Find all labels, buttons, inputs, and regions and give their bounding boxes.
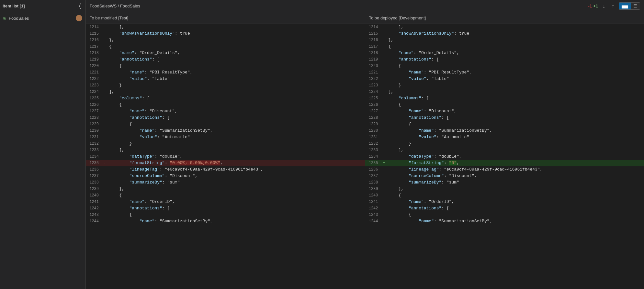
line-number: 1243: [365, 212, 381, 218]
line-marker: [101, 108, 108, 115]
sidebar-item-foodsales[interactable]: ⊞ FoodSales !: [0, 14, 85, 23]
line-number: 1232: [86, 140, 101, 147]
line-marker: [101, 50, 108, 56]
line-content: "annotations": [: [108, 205, 365, 212]
line-marker: [381, 166, 387, 173]
diff-line: 1239 },: [365, 186, 644, 192]
line-content: "name": "PBI_ResultType",: [108, 69, 365, 76]
line-marker: [381, 173, 387, 179]
line-marker: [101, 102, 108, 108]
diff-line: 1218 "name": "Order_Details",: [365, 50, 644, 56]
diff-line: 1242 "annotations": [: [86, 205, 365, 212]
diff-line: 1219 "annotations": [: [365, 56, 644, 63]
line-number: 1218: [365, 50, 381, 56]
line-number: 1240: [365, 192, 381, 199]
line-marker: [381, 108, 387, 115]
item-list-title: Item list [1]: [3, 4, 77, 8]
line-content: "name": "Discount",: [387, 108, 644, 115]
line-number: 1242: [86, 205, 101, 212]
diff-line: 1224],: [365, 89, 644, 95]
line-number: 1231: [86, 134, 101, 140]
line-marker: [381, 140, 387, 147]
line-number: 1237: [86, 173, 101, 179]
line-marker: [381, 95, 387, 102]
diff-line: 1214 ],: [86, 24, 365, 30]
main-content: ⊞ FoodSales ! To be modified [Test] To b…: [0, 12, 644, 289]
line-marker: [381, 128, 387, 134]
diff-line: 1215 "showAsVariationsOnly": true: [86, 30, 365, 37]
line-marker: [381, 121, 387, 128]
top-bar: Item list [1] 〈 FoodSalesWS / FoodSales …: [0, 0, 644, 12]
diff-line: 1219 "annotations": [: [86, 56, 365, 63]
line-marker: [381, 205, 387, 212]
line-number: 1233: [86, 147, 101, 153]
arrow-up-button[interactable]: ↑: [610, 3, 616, 10]
line-content: "name": "SummarizationSetBy",: [108, 218, 365, 225]
line-content: },: [387, 186, 644, 192]
line-content: }: [108, 82, 365, 89]
diff-headers: To be modified [Test] To be deployed [De…: [86, 12, 644, 24]
line-marker: [101, 134, 108, 140]
diff-line: 1226 {: [365, 102, 644, 108]
line-content: }: [387, 82, 644, 89]
left-pane[interactable]: 1214 ],1215 "showAsVariationsOnly": true…: [86, 24, 365, 289]
diff-line: 1237 "sourceColumn": "Discount",: [86, 173, 365, 179]
line-marker: [101, 153, 108, 160]
line-content: {: [387, 192, 644, 199]
toolbar-right: -1 +1 ↓ ↑ ▅▅ ☰: [588, 2, 644, 10]
line-content: "value": "Table": [387, 76, 644, 82]
line-content: "value": "Automatic": [387, 134, 644, 140]
line-content: }: [108, 140, 365, 147]
line-number: 1235: [86, 160, 101, 166]
line-marker: [101, 24, 108, 30]
table-icon: ⊞: [3, 15, 6, 21]
line-content: "name": "SummarizationSetBy",: [387, 128, 644, 134]
line-marker: [101, 115, 108, 121]
line-number: 1214: [365, 24, 381, 30]
line-number: 1244: [365, 218, 381, 225]
right-pane[interactable]: 1214 ],1215 "showAsVariationsOnly": true…: [365, 24, 644, 289]
line-marker: -: [101, 160, 108, 166]
line-content: "lineageTag": "e6ca9cf4-89aa-429f-9cad-4…: [387, 166, 644, 173]
line-marker: [101, 37, 108, 43]
line-number: 1217: [365, 43, 381, 50]
line-content: {: [108, 63, 365, 69]
inline-view-button[interactable]: ☰: [631, 3, 640, 9]
line-marker: [101, 43, 108, 50]
split-view-button[interactable]: ▅▅: [619, 3, 631, 9]
diff-line: 1236 "lineageTag": "e6ca9cf4-89aa-429f-9…: [86, 166, 365, 173]
line-marker: [381, 24, 387, 30]
collapse-icon[interactable]: 〈: [77, 2, 83, 10]
diff-line: 1224],: [86, 89, 365, 95]
diff-line: 1220 {: [365, 63, 644, 69]
line-number: 1229: [86, 121, 101, 128]
line-number: 1228: [86, 115, 101, 121]
diff-line: 1236 "lineageTag": "e6ca9cf4-89aa-429f-9…: [365, 166, 644, 173]
diff-line: 1233 ],: [86, 147, 365, 153]
line-number: 1219: [365, 56, 381, 63]
line-content: ],: [387, 24, 644, 30]
line-content: "name": "PBI_ResultType",: [387, 69, 644, 76]
line-content: "annotations": [: [108, 115, 365, 121]
line-content: "annotations": [: [387, 205, 644, 212]
sidebar: ⊞ FoodSales !: [0, 12, 86, 289]
line-number: 1228: [365, 115, 381, 121]
diff-line: 1222 "value": "Table": [86, 76, 365, 82]
line-number: 1226: [86, 102, 101, 108]
line-content: "name": "Discount",: [108, 108, 365, 115]
line-content: "name": "Order_Details",: [108, 50, 365, 56]
diff-line: 1221 "name": "PBI_ResultType",: [86, 69, 365, 76]
line-marker: [381, 69, 387, 76]
arrow-down-button[interactable]: ↓: [601, 3, 607, 10]
line-marker: [381, 147, 387, 153]
line-marker: [101, 173, 108, 179]
line-content: "name": "OrderID",: [387, 199, 644, 205]
line-marker: [381, 218, 387, 225]
line-content: "annotations": [: [387, 56, 644, 63]
line-marker: [381, 76, 387, 82]
line-marker: [101, 218, 108, 225]
line-marker: [101, 166, 108, 173]
line-marker: [101, 76, 108, 82]
diff-line: 1243 {: [365, 212, 644, 218]
line-number: 1234: [86, 153, 101, 160]
